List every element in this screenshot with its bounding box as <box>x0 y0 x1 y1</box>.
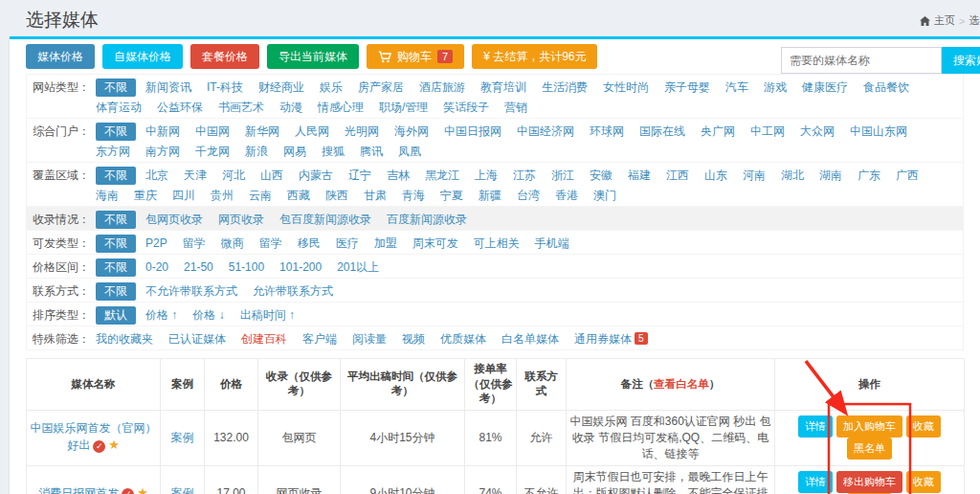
filter-option[interactable]: 不允许带联系方式 <box>145 281 237 301</box>
filter-option[interactable]: 留学 <box>259 234 282 253</box>
filter-option[interactable]: 情感心理 <box>318 98 364 117</box>
filter-option[interactable]: 优质媒体 <box>440 329 486 348</box>
filter-option[interactable]: 营销 <box>504 98 527 117</box>
filter-option[interactable]: 西藏 <box>287 186 310 205</box>
filter-option[interactable]: 出稿时间 ↑ <box>240 305 295 325</box>
filter-option[interactable]: 中国经济网 <box>517 122 574 141</box>
filter-option[interactable]: 动漫 <box>279 98 302 117</box>
filter-option[interactable]: 辽宁 <box>348 166 371 185</box>
blacklist-button[interactable]: 黑名单 <box>847 438 892 460</box>
filter-option[interactable]: 通用券媒体5 <box>574 329 648 348</box>
filter-option[interactable]: 游戏 <box>764 78 787 97</box>
filter-option[interactable]: 可上相关 <box>474 234 520 253</box>
filter-option[interactable]: 国际在线 <box>639 122 685 141</box>
filter-option[interactable]: 中工网 <box>750 122 785 141</box>
filter-option[interactable]: 101-200 <box>279 258 322 277</box>
filter-option[interactable]: 贵州 <box>211 186 234 205</box>
filter-option[interactable]: 青海 <box>402 186 425 205</box>
filter-option[interactable]: 陕西 <box>325 186 348 205</box>
filter-option[interactable]: 视频 <box>402 329 425 348</box>
filter-option[interactable]: 上海 <box>475 166 498 185</box>
filter-option[interactable]: 腾讯 <box>360 142 383 161</box>
filter-option[interactable]: 甘肃 <box>364 186 387 205</box>
filter-option[interactable]: 微商 <box>221 234 244 253</box>
filter-option[interactable]: 新浪 <box>245 142 268 161</box>
filter-option[interactable]: 娱乐 <box>320 78 343 97</box>
filter-option[interactable]: 公益环保 <box>157 98 203 117</box>
filter-selected-chip[interactable]: 不限 <box>96 123 136 141</box>
filter-option[interactable]: 山西 <box>260 166 283 185</box>
filter-option[interactable]: 加盟 <box>374 234 397 253</box>
filter-option[interactable]: 体育运动 <box>96 98 142 117</box>
filter-option[interactable]: 大众网 <box>800 122 835 141</box>
filter-option[interactable]: 允许带联系方式 <box>253 281 333 301</box>
filter-option[interactable]: 澳门 <box>593 186 616 205</box>
favorite-button[interactable]: 收藏 <box>906 471 941 493</box>
filter-option[interactable]: 包百度新闻源收录 <box>279 210 371 229</box>
filter-option[interactable]: 客户端 <box>302 329 337 348</box>
filter-option[interactable]: 千龙网 <box>195 142 230 161</box>
case-link[interactable]: 案例 <box>171 431 194 444</box>
filter-option[interactable]: 新疆 <box>479 186 501 205</box>
filter-option[interactable]: 江西 <box>666 166 689 185</box>
filter-option[interactable]: 书画艺术 <box>218 98 264 117</box>
filter-option[interactable]: 中国日报网 <box>444 122 501 141</box>
search-media-button[interactable]: 搜索媒体 <box>942 47 980 74</box>
filter-option[interactable]: 食品餐饮 <box>863 78 909 97</box>
filter-option[interactable]: 海外网 <box>394 122 429 141</box>
filter-option[interactable]: 东方网 <box>96 142 130 161</box>
filter-option[interactable]: 吉林 <box>387 166 410 185</box>
filter-option[interactable]: 汽车 <box>725 78 748 97</box>
filter-selected-chip[interactable]: 不限 <box>96 282 136 301</box>
filter-option[interactable]: 宁夏 <box>440 186 463 205</box>
filter-option[interactable]: 北京 <box>145 166 168 185</box>
filter-option[interactable]: 价格 ↓ <box>192 305 224 325</box>
filter-option[interactable]: 亲子母婴 <box>664 78 710 97</box>
filter-option[interactable]: 创建百科 <box>241 329 287 348</box>
filter-selected-chip[interactable]: 默认 <box>96 306 136 325</box>
filter-option[interactable]: 网易 <box>283 142 306 161</box>
detail-button[interactable]: 详情 <box>798 471 833 493</box>
filter-option[interactable]: 凤凰 <box>398 142 421 161</box>
media-price-button[interactable]: 媒体价格 <box>26 44 95 69</box>
filter-option[interactable]: 生活消费 <box>542 78 588 97</box>
filter-option[interactable]: 201以上 <box>337 258 379 277</box>
filter-option[interactable]: 房产家居 <box>358 78 404 97</box>
cart-action-button[interactable]: 加入购物车 <box>836 415 902 438</box>
filter-option[interactable]: 广西 <box>896 166 919 185</box>
filter-option[interactable]: 央广网 <box>701 122 735 141</box>
filter-option[interactable]: 人民网 <box>295 122 329 141</box>
cart-button[interactable]: 购物车 7 <box>367 44 464 69</box>
filter-option[interactable]: 医疗 <box>336 234 359 253</box>
filter-option[interactable]: 中国山东网 <box>850 122 907 141</box>
filter-option[interactable]: 中新网 <box>145 122 180 141</box>
filter-option[interactable]: 河南 <box>743 166 766 185</box>
detail-button[interactable]: 详情 <box>798 415 833 438</box>
self-media-price-button[interactable]: 自媒体价格 <box>102 44 183 69</box>
filter-option[interactable]: 阅读量 <box>352 329 387 348</box>
filter-option[interactable]: 海南 <box>96 186 119 205</box>
filter-option[interactable]: 河北 <box>222 166 245 185</box>
filter-option[interactable]: 0-20 <box>145 258 168 277</box>
filter-option[interactable]: 白名单媒体 <box>501 329 559 348</box>
filter-option[interactable]: 移民 <box>298 234 321 253</box>
filter-option[interactable]: 安徽 <box>590 166 612 185</box>
case-link[interactable]: 案例 <box>171 486 194 494</box>
filter-option[interactable]: 女性时尚 <box>603 78 649 97</box>
search-input[interactable] <box>781 47 942 74</box>
filter-option[interactable]: 手机端 <box>535 234 569 253</box>
filter-option[interactable]: 新闻资讯 <box>145 78 191 97</box>
filter-option[interactable]: 百度新闻源收录 <box>387 210 467 229</box>
filter-option[interactable]: 环球网 <box>590 122 624 141</box>
filter-option[interactable]: 光明网 <box>345 122 379 141</box>
checkout-button[interactable]: ¥ 去结算，共计96元 <box>472 44 597 69</box>
filter-option[interactable]: 已认证媒体 <box>168 329 226 348</box>
filter-option[interactable]: 南方网 <box>145 142 180 161</box>
filter-selected-chip[interactable]: 不限 <box>96 79 136 97</box>
filter-option[interactable]: 重庆 <box>134 186 157 205</box>
filter-option[interactable]: 天津 <box>184 166 207 185</box>
filter-option[interactable]: 中国网 <box>195 122 230 141</box>
breadcrumb-home[interactable]: 主页 <box>934 13 955 28</box>
filter-option[interactable]: 我的收藏夹 <box>96 329 153 348</box>
filter-option[interactable]: 福建 <box>628 166 651 185</box>
